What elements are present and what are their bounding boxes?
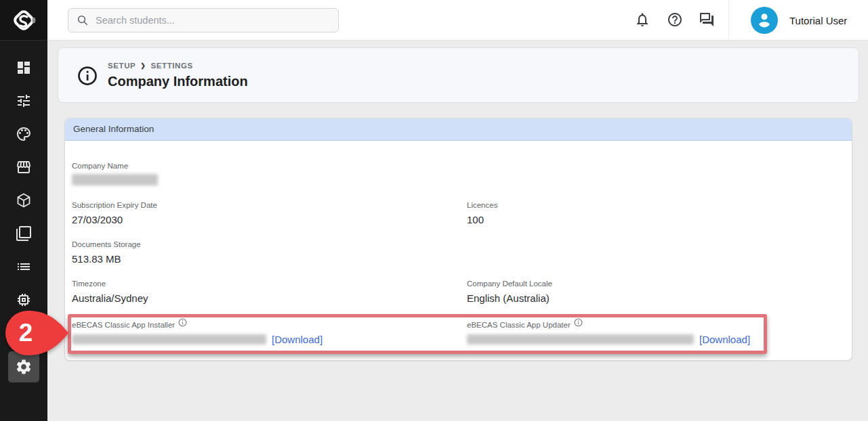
documents-storage-label: Documents Storage xyxy=(72,240,141,248)
licences-label: Licences xyxy=(467,201,497,209)
chip-icon xyxy=(16,292,32,308)
field-documents-storage: Documents Storage 513.83 MB xyxy=(72,240,141,265)
app-logo[interactable] xyxy=(0,0,47,41)
notifications-button[interactable] xyxy=(634,12,650,28)
user-avatar[interactable] xyxy=(751,7,778,34)
dashboard-icon xyxy=(16,60,32,76)
sidebar-item-configuration[interactable] xyxy=(0,93,47,109)
sidebar-item-windows[interactable] xyxy=(0,225,47,242)
breadcrumb-setup[interactable]: SETUP xyxy=(108,62,136,70)
ebecas-logo-icon xyxy=(10,7,37,34)
breadcrumb-settings[interactable]: SETTINGS xyxy=(151,62,193,70)
subscription-expiry-value: 27/03/2030 xyxy=(72,214,157,225)
default-locale-label: Company Default Locale xyxy=(467,280,552,288)
timezone-label: Timezone xyxy=(72,280,148,288)
company-name-label: Company Name xyxy=(72,162,158,170)
breadcrumb: SETUP ❯ SETTINGS xyxy=(108,62,193,70)
field-default-locale: Company Default Locale English (Australi… xyxy=(467,280,552,304)
card-header: General Information xyxy=(65,118,852,141)
field-company-name: Company Name xyxy=(72,162,158,188)
sidebar-item-lists[interactable] xyxy=(0,259,47,275)
general-information-card: General Information Company Name Subscri… xyxy=(64,118,852,361)
field-app-installer: eBECAS Classic App Installer [Download] xyxy=(72,320,323,345)
redacted-installer-url xyxy=(72,334,266,345)
field-subscription-expiry: Subscription Expiry Date 27/03/2030 xyxy=(72,201,157,225)
search-icon xyxy=(77,14,89,26)
search-box[interactable] xyxy=(68,8,339,32)
timezone-value: Australia/Sydney xyxy=(72,292,148,304)
updater-info-icon[interactable] xyxy=(574,318,583,327)
installer-info-icon[interactable] xyxy=(178,318,187,327)
updater-download-link[interactable]: [Download] xyxy=(699,334,750,345)
installer-download-link[interactable]: [Download] xyxy=(272,334,323,345)
storefront-icon xyxy=(16,159,32,175)
list-icon xyxy=(16,259,32,275)
app-updater-label: eBECAS Classic App Updater xyxy=(467,321,571,329)
sidebar xyxy=(0,0,47,421)
default-locale-value: English (Australia) xyxy=(467,292,552,304)
page-header: SETUP ❯ SETTINGS Company Information xyxy=(58,47,859,103)
stacked-windows-icon xyxy=(16,225,32,242)
documents-storage-value: 513.83 MB xyxy=(72,253,141,265)
page-title: Company Information xyxy=(108,74,248,89)
bell-icon xyxy=(634,12,650,28)
sidebar-item-settings-active[interactable] xyxy=(8,351,39,382)
chat-icon xyxy=(699,12,715,28)
chat-button[interactable] xyxy=(699,12,715,28)
cube-icon xyxy=(16,192,32,208)
palette-icon xyxy=(16,126,32,142)
search-input[interactable] xyxy=(96,15,330,26)
app-root: Tutorial User SETUP ❯ SETTINGS Company I… xyxy=(0,0,868,421)
topbar-divider xyxy=(728,0,729,41)
field-licences: Licences 100 xyxy=(467,201,497,225)
help-icon xyxy=(667,12,683,28)
redacted-company-name-value xyxy=(72,174,158,185)
user-name: Tutorial User xyxy=(789,0,847,41)
person-icon xyxy=(751,7,777,33)
tune-sliders-icon xyxy=(16,93,32,109)
chevron-right-icon: ❯ xyxy=(140,62,146,69)
sidebar-item-modules[interactable] xyxy=(0,192,47,208)
licences-value: 100 xyxy=(467,214,497,225)
redacted-updater-url xyxy=(467,334,694,345)
sidebar-item-marketplace[interactable] xyxy=(0,159,47,175)
sidebar-item-appearance[interactable] xyxy=(0,126,47,142)
sidebar-item-system[interactable] xyxy=(0,292,47,308)
field-app-updater: eBECAS Classic App Updater [Download] xyxy=(467,320,750,345)
sidebar-item-dashboard[interactable] xyxy=(0,60,47,76)
info-circle-icon xyxy=(77,66,98,86)
gear-icon xyxy=(15,358,33,376)
help-button[interactable] xyxy=(667,12,683,28)
app-installer-label: eBECAS Classic App Installer xyxy=(72,321,175,329)
subscription-expiry-label: Subscription Expiry Date xyxy=(72,201,157,209)
field-timezone: Timezone Australia/Sydney xyxy=(72,280,148,304)
topbar: Tutorial User xyxy=(47,0,868,41)
